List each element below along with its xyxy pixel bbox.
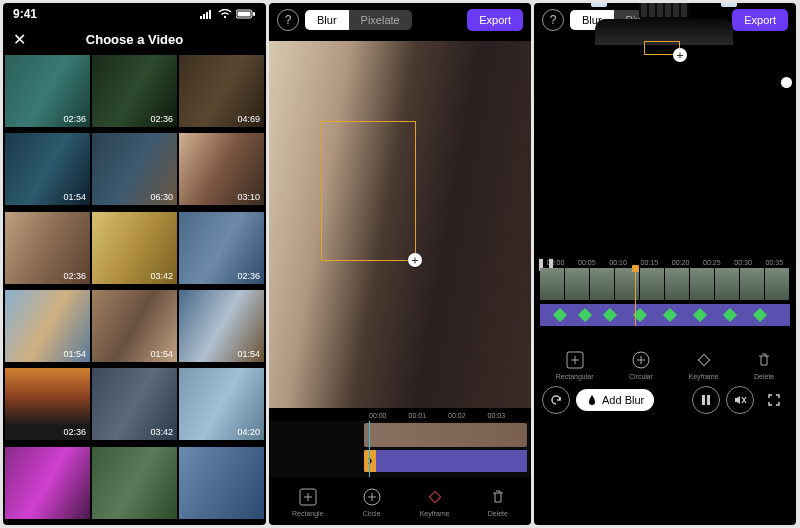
video-thumb[interactable]: 02:36 bbox=[5, 55, 90, 127]
svg-rect-2 bbox=[206, 12, 208, 19]
timeline[interactable] bbox=[269, 421, 531, 477]
wifi-icon bbox=[218, 9, 232, 19]
slider-knob[interactable] bbox=[781, 77, 792, 88]
tool-circle[interactable]: Circle bbox=[362, 487, 382, 517]
keyframe-track[interactable] bbox=[540, 304, 790, 326]
undo-button[interactable] bbox=[542, 386, 570, 414]
video-thumb[interactable]: 03:42 bbox=[92, 368, 177, 440]
svg-rect-14 bbox=[702, 395, 705, 405]
track-trim-handle[interactable] bbox=[364, 450, 376, 472]
playhead[interactable] bbox=[369, 421, 370, 477]
mute-button[interactable] bbox=[726, 386, 754, 414]
tab-blur[interactable]: Blur bbox=[305, 10, 349, 30]
shape-toolbar: Rectangle Circle Keyframe Delete bbox=[269, 479, 531, 525]
status-time: 9:41 bbox=[13, 7, 37, 21]
video-thumb[interactable]: 01:54 bbox=[5, 133, 90, 205]
video-thumb[interactable]: 04:20 bbox=[179, 368, 264, 440]
help-icon[interactable]: ? bbox=[542, 9, 564, 31]
drop-icon bbox=[586, 394, 598, 406]
keyframe-marker[interactable] bbox=[663, 308, 677, 322]
video-thumb[interactable]: 01:54 bbox=[5, 290, 90, 362]
frame-strip[interactable] bbox=[540, 268, 790, 300]
tool-keyframe[interactable]: Keyframe bbox=[689, 350, 719, 380]
video-thumb[interactable]: 02:36 bbox=[5, 368, 90, 440]
video-thumb[interactable]: 01:54 bbox=[179, 290, 264, 362]
speaker-muted-icon bbox=[733, 393, 747, 407]
tool-rectangular[interactable]: Rectangular bbox=[556, 350, 594, 380]
export-button[interactable]: Export bbox=[732, 9, 788, 31]
svg-rect-0 bbox=[200, 16, 202, 19]
resize-handle-icon[interactable] bbox=[408, 253, 422, 267]
effect-track[interactable] bbox=[364, 450, 527, 472]
video-thumb[interactable]: 06:30 bbox=[92, 133, 177, 205]
plus-square-icon bbox=[298, 487, 318, 507]
svg-rect-3 bbox=[209, 10, 211, 19]
svg-rect-10 bbox=[429, 491, 440, 502]
tool-keyframe[interactable]: Keyframe bbox=[420, 487, 450, 517]
video-thumb[interactable]: 02:36 bbox=[179, 212, 264, 284]
keyframe-marker[interactable] bbox=[603, 308, 617, 322]
plus-square-icon bbox=[565, 350, 585, 370]
tool-circular[interactable]: Circular bbox=[629, 350, 653, 380]
keyframe-icon bbox=[425, 487, 445, 507]
video-clip[interactable] bbox=[364, 423, 527, 447]
time-ruler: 00:00 00:01 00:02 00:03 bbox=[269, 412, 531, 419]
resize-handle-icon[interactable] bbox=[673, 48, 687, 62]
pause-icon bbox=[701, 394, 711, 406]
video-thumb[interactable]: 02:36 bbox=[5, 212, 90, 284]
video-thumb[interactable]: 02:36 bbox=[92, 55, 177, 127]
preview-canvas[interactable] bbox=[269, 41, 531, 408]
close-icon[interactable]: ✕ bbox=[13, 30, 26, 49]
svg-rect-1 bbox=[203, 14, 205, 19]
video-thumb[interactable]: 04:69 bbox=[179, 55, 264, 127]
keyframe-marker[interactable] bbox=[753, 308, 767, 322]
tool-delete[interactable]: Delete bbox=[488, 487, 508, 517]
video-thumb[interactable]: 03:42 bbox=[92, 212, 177, 284]
playhead[interactable] bbox=[635, 268, 636, 326]
help-icon[interactable]: ? bbox=[277, 9, 299, 31]
page-title: Choose a Video bbox=[86, 32, 183, 47]
expand-icon bbox=[767, 393, 781, 407]
timeline[interactable] bbox=[540, 268, 790, 342]
tab-pixelate[interactable]: Pixelate bbox=[349, 10, 412, 30]
svg-rect-6 bbox=[238, 12, 251, 17]
keyframe-icon bbox=[694, 350, 714, 370]
undo-icon bbox=[549, 393, 563, 407]
fullscreen-button[interactable] bbox=[760, 386, 788, 414]
video-thumb[interactable] bbox=[5, 447, 90, 519]
plus-circle-icon bbox=[362, 487, 382, 507]
shape-toolbar: Rectangular Circular Keyframe Delete bbox=[534, 344, 796, 382]
pause-button[interactable] bbox=[692, 386, 720, 414]
video-grid: 02:36 02:36 04:69 01:54 06:30 03:10 02:3… bbox=[3, 53, 266, 525]
video-thumb[interactable]: 01:54 bbox=[92, 290, 177, 362]
svg-rect-15 bbox=[707, 395, 710, 405]
blur-selection-box[interactable] bbox=[321, 121, 416, 261]
svg-rect-7 bbox=[253, 12, 255, 16]
blur-selection-box[interactable] bbox=[644, 41, 680, 55]
svg-point-4 bbox=[224, 16, 226, 18]
signal-icon bbox=[200, 9, 214, 19]
video-thumb[interactable] bbox=[92, 447, 177, 519]
keyframe-marker[interactable] bbox=[693, 308, 707, 322]
plus-circle-icon bbox=[631, 350, 651, 370]
export-button[interactable]: Export bbox=[467, 9, 523, 31]
add-blur-button[interactable]: Add Blur bbox=[576, 389, 654, 411]
keyframe-marker[interactable] bbox=[723, 308, 737, 322]
trash-icon bbox=[754, 350, 774, 370]
time-ruler: 00:00 00:05 00:10 00:15 00:20 00:25 00:3… bbox=[534, 259, 796, 266]
effect-segment: Blur Pixelate bbox=[305, 10, 412, 30]
trash-icon bbox=[488, 487, 508, 507]
battery-icon bbox=[236, 9, 256, 19]
video-thumb[interactable] bbox=[179, 447, 264, 519]
video-thumb[interactable]: 03:10 bbox=[179, 133, 264, 205]
tool-delete[interactable]: Delete bbox=[754, 350, 774, 380]
tool-rectangle[interactable]: Rectangle bbox=[292, 487, 324, 517]
playback-controls: Add Blur bbox=[534, 382, 796, 422]
keyframe-marker[interactable] bbox=[578, 308, 592, 322]
svg-rect-13 bbox=[698, 354, 709, 365]
status-bar: 9:41 bbox=[3, 3, 266, 25]
keyframe-marker[interactable] bbox=[553, 308, 567, 322]
